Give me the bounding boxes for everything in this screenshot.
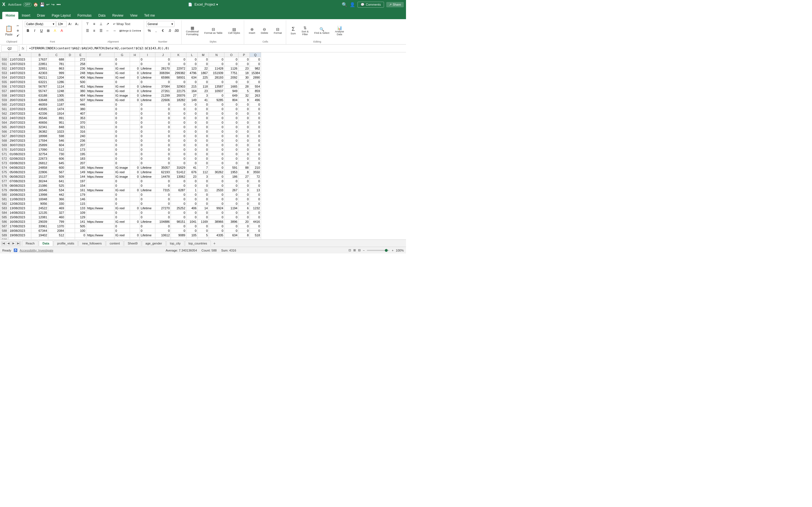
cell-g[interactable]: IG reel <box>114 71 130 75</box>
cell-k[interactable]: 0 <box>171 156 186 161</box>
cell-p[interactable]: 0 <box>239 111 250 116</box>
cell-n[interactable]: 0 <box>209 210 224 215</box>
cell-p[interactable]: 9 <box>239 98 250 102</box>
cell-b[interactable]: 46059 <box>31 102 48 107</box>
cell-q[interactable]: 0 <box>250 129 261 134</box>
cell-e[interactable]: 236 <box>75 138 86 143</box>
tab-view[interactable]: View <box>127 12 141 19</box>
cell-e[interactable]: 149 <box>75 170 86 174</box>
cell-p[interactable]: 0 <box>239 183 250 188</box>
cell-j[interactable]: 0 <box>155 156 171 161</box>
cell-c[interactable]: 645 <box>48 161 65 165</box>
cell-c[interactable]: 2084 <box>48 228 65 233</box>
cell-j[interactable]: 27270 <box>155 206 171 210</box>
cell-g[interactable]: IG image <box>114 93 130 98</box>
cell-o[interactable]: 267 <box>224 188 239 192</box>
cell-o[interactable]: 0 <box>224 228 239 233</box>
cell-k[interactable]: 20076 <box>171 93 186 98</box>
cell-f[interactable] <box>86 179 114 183</box>
sheet-tab-reach[interactable]: Reach <box>22 240 38 246</box>
cell-p[interactable]: 0 <box>239 161 250 165</box>
cell-d[interactable] <box>65 66 75 71</box>
cell-d[interactable] <box>65 224 75 228</box>
cell-h[interactable]: 0 <box>130 84 140 89</box>
cell-b[interactable]: 33961 <box>31 224 48 228</box>
cell-e[interactable]: 129 <box>75 215 86 219</box>
cell-j[interactable]: 0 <box>155 102 171 107</box>
cell-i[interactable]: 0 <box>140 202 155 206</box>
row-number[interactable]: 552 <box>0 66 9 71</box>
cell-e[interactable]: 505 <box>75 224 86 228</box>
cell-d[interactable] <box>65 237 75 240</box>
cell-j[interactable]: 27261 <box>155 89 171 93</box>
cell-p[interactable]: 0 <box>239 143 250 147</box>
cell-n[interactable]: 0 <box>209 116 224 120</box>
cell-q[interactable]: 0 <box>250 107 261 111</box>
cell-b[interactable]: 12135 <box>31 210 48 215</box>
cell-a[interactable]: 05/08/2023 <box>9 170 31 174</box>
last-sheet-button[interactable]: ▶| <box>16 241 21 245</box>
cell-i[interactable]: 0 <box>140 152 155 156</box>
cell-j[interactable]: 0 <box>155 138 171 143</box>
cell-m[interactable]: 11 <box>198 188 209 192</box>
cell-k[interactable]: 32903 <box>171 84 186 89</box>
cell-f[interactable]: https://www <box>86 98 114 102</box>
cell-c[interactable]: 1114 <box>48 84 65 89</box>
cell-m[interactable]: 3 <box>198 93 209 98</box>
cell-f[interactable] <box>86 228 114 233</box>
cell-j[interactable]: 0 <box>155 228 171 233</box>
cell-g[interactable]: 0 <box>114 120 130 125</box>
cell-g[interactable] <box>114 237 130 240</box>
cell-q[interactable]: 0 <box>250 228 261 233</box>
cell-c[interactable] <box>48 237 65 240</box>
cell-k[interactable]: 0 <box>171 210 186 215</box>
cell-l[interactable]: 215 <box>186 84 198 89</box>
cell-n[interactable]: 0 <box>209 165 224 170</box>
cell-c[interactable]: 1914 <box>48 111 65 116</box>
row-number[interactable]: 556 <box>0 84 9 89</box>
row-number[interactable]: 554 <box>0 75 9 80</box>
cell-j[interactable]: 35057 <box>155 165 171 170</box>
cell-k[interactable]: 22175 <box>171 89 186 93</box>
sheet-tab-new-followers[interactable]: new_followers <box>79 240 105 246</box>
cell-i[interactable]: Lifetime <box>140 71 155 75</box>
cell-j[interactable]: 0 <box>155 134 171 138</box>
cell-a[interactable]: 19/07/2023 <box>9 93 31 98</box>
format-painter-button[interactable]: 🖌 <box>15 33 20 38</box>
tab-page-layout[interactable]: Page Layout <box>48 12 74 19</box>
cell-a[interactable]: 17/07/2023 <box>9 84 31 89</box>
cell-b[interactable]: 56787 <box>31 84 48 89</box>
sheet-tab-age-gender[interactable]: age_gender <box>142 240 166 246</box>
home-icon[interactable]: 🏠 <box>33 2 38 7</box>
cell-n[interactable]: 0 <box>209 228 224 233</box>
cell-h[interactable] <box>130 125 140 129</box>
row-number[interactable]: 561 <box>0 107 9 111</box>
cell-i[interactable]: Lifetime <box>140 98 155 102</box>
cell-i[interactable]: Lifetime <box>140 75 155 80</box>
cell-a[interactable]: 10/08/2023 <box>9 192 31 197</box>
cell-d[interactable] <box>65 219 75 224</box>
cell-m[interactable]: 22 <box>198 66 209 71</box>
cell-e[interactable]: 173 <box>75 147 86 152</box>
cell-a[interactable]: 21/07/2023 <box>9 102 31 107</box>
cell-k[interactable]: 0 <box>171 107 186 111</box>
cell-c[interactable]: 1204 <box>48 75 65 80</box>
cell-j[interactable]: 0 <box>155 183 171 188</box>
cell-a[interactable]: 08/08/2023 <box>9 183 31 188</box>
cell-c[interactable]: 891 <box>48 116 65 120</box>
cell-l[interactable]: 164 <box>186 89 198 93</box>
col-header-e[interactable]: E <box>75 53 86 57</box>
cell-p[interactable]: 0 <box>239 152 250 156</box>
cell-l[interactable]: 0 <box>186 116 198 120</box>
tab-review[interactable]: Review <box>109 12 126 19</box>
cell-p[interactable]: 88 <box>239 165 250 170</box>
cell-b[interactable]: 13998 <box>31 192 48 197</box>
cell-b[interactable]: 22851 <box>31 62 48 66</box>
cell-p[interactable]: 18 <box>239 71 250 75</box>
cell-m[interactable]: 0 <box>198 224 209 228</box>
cell-h[interactable] <box>130 138 140 143</box>
row-number[interactable]: 558 <box>0 93 9 98</box>
cell-o[interactable]: 0 <box>224 107 239 111</box>
cell-n[interactable]: 0 <box>209 93 224 98</box>
cell-h[interactable] <box>130 161 140 165</box>
